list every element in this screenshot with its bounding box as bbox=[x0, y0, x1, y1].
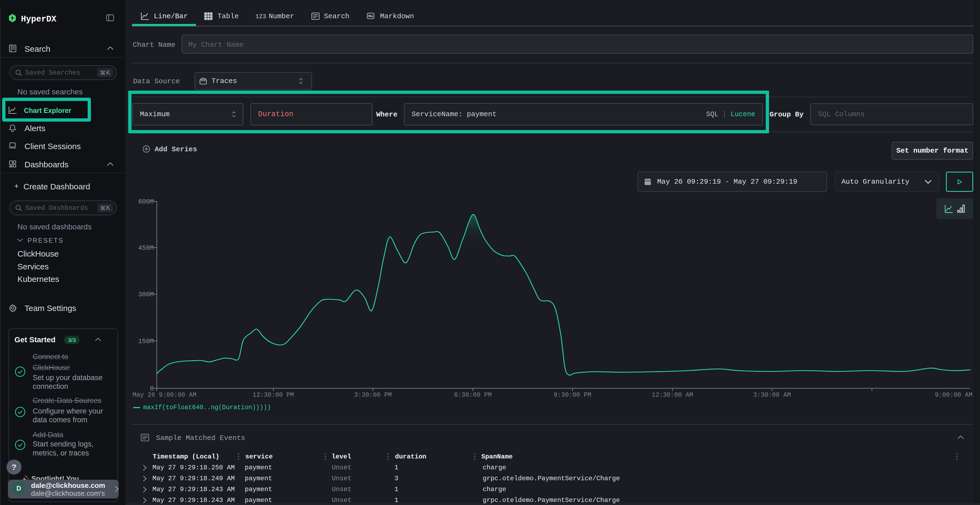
svg-text:12:30:00 AM: 12:30:00 AM bbox=[652, 392, 693, 399]
svg-text:6:30:00 PM: 6:30:00 PM bbox=[454, 392, 492, 399]
svg-text:0: 0 bbox=[150, 385, 154, 392]
svg-text:M: M bbox=[368, 14, 371, 18]
svg-text:3:30:00 PM: 3:30:00 PM bbox=[354, 392, 392, 399]
svg-text:12:30:00 PM: 12:30:00 PM bbox=[253, 392, 294, 399]
svg-text:600M: 600M bbox=[138, 198, 154, 205]
svg-text:May 26 9:00:00 AM: May 26 9:00:00 AM bbox=[132, 392, 197, 399]
svg-text:3:30:00 AM: 3:30:00 AM bbox=[753, 392, 791, 399]
svg-text:9:30:00 PM: 9:30:00 PM bbox=[554, 392, 591, 399]
svg-text:9:00:00 AM: 9:00:00 AM bbox=[935, 392, 972, 399]
svg-text:450M: 450M bbox=[138, 245, 154, 252]
svg-text:150M: 150M bbox=[138, 338, 154, 345]
svg-text:300M: 300M bbox=[138, 291, 154, 298]
